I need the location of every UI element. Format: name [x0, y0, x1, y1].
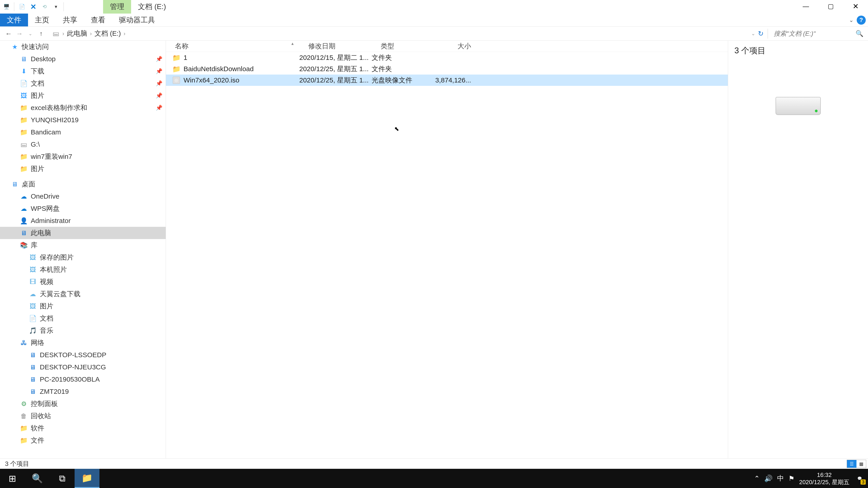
tree-label: PC-20190530OBLA: [40, 376, 100, 383]
search-box[interactable]: 🔍: [772, 28, 866, 39]
tree-label: 本机照片: [40, 265, 67, 274]
tree-software[interactable]: 📁软件: [0, 422, 166, 434]
breadcrumb-drive[interactable]: 文档 (E:): [94, 29, 121, 38]
tree-music[interactable]: 🎵音乐: [0, 324, 166, 337]
tree-control-panel[interactable]: ⚙控制面板: [0, 398, 166, 410]
file-row[interactable]: 📁BaiduNetdiskDownload2020/12/25, 星期五 1..…: [166, 63, 728, 74]
minimize-button[interactable]: —: [794, 0, 818, 12]
undo-icon[interactable]: ⟲: [40, 2, 49, 11]
network-icon: 🖧: [20, 339, 28, 347]
tree-saved-pictures[interactable]: 🖼保存的图片: [0, 251, 166, 263]
tab-home[interactable]: 主页: [28, 13, 56, 26]
contextual-tab-drive-tools[interactable]: 管理: [103, 0, 131, 13]
ribbon-collapse-icon[interactable]: ⌄: [849, 17, 854, 23]
separator: [768, 29, 768, 39]
search-input[interactable]: [772, 28, 866, 39]
tree-label: 图片: [31, 91, 44, 100]
tree-libraries[interactable]: 📚库: [0, 239, 166, 251]
tree-pictures-2[interactable]: 📁图片: [0, 163, 166, 175]
app-icon[interactable]: 🖥️: [2, 2, 11, 11]
search-button[interactable]: 🔍: [25, 469, 50, 488]
tree-documents[interactable]: 📄文档📌: [0, 77, 166, 90]
up-button[interactable]: ↑: [37, 29, 46, 38]
close-button[interactable]: ✕: [843, 0, 868, 12]
explorer-window: 🖥️ 📄 ✕ ⟲ ▾ 管理 文档 (E:) — ▢ ✕ 文件 主页 共享 查看 …: [0, 0, 868, 469]
tree-gdrive[interactable]: 🖴G:\: [0, 138, 166, 151]
column-type[interactable]: 类型: [372, 41, 433, 51]
back-button[interactable]: ←: [4, 29, 13, 38]
view-toggle: ☰ ▦: [847, 460, 866, 468]
history-dropdown-icon[interactable]: ⌄: [26, 29, 35, 38]
address-dropdown-icon[interactable]: ⌄: [751, 31, 755, 37]
tree-files[interactable]: 📁文件: [0, 434, 166, 447]
start-button[interactable]: ⊞: [0, 469, 25, 488]
tree-downloads[interactable]: ⬇下载📌: [0, 65, 166, 77]
view-thumbnails-button[interactable]: ▦: [857, 460, 866, 468]
tree-pictures-3[interactable]: 🖼图片: [0, 300, 166, 312]
properties-icon[interactable]: 📄: [18, 2, 26, 11]
tree-recycle-bin[interactable]: 🗑回收站: [0, 410, 166, 422]
tree-label: 音乐: [40, 326, 53, 335]
help-icon[interactable]: ?: [857, 15, 866, 25]
tree-this-pc[interactable]: 🖥此电脑: [0, 227, 166, 239]
chevron-icon[interactable]: ›: [62, 31, 64, 37]
task-view-button[interactable]: ⧉: [50, 469, 74, 488]
chevron-icon[interactable]: ›: [90, 31, 92, 37]
file-row[interactable]: 📁12020/12/15, 星期二 1...文件夹: [166, 52, 728, 63]
tree-pictures[interactable]: 🖼图片📌: [0, 90, 166, 102]
window-controls: — ▢ ✕: [794, 0, 868, 12]
forward-button[interactable]: →: [15, 29, 24, 38]
ime-indicator[interactable]: 中: [777, 474, 784, 483]
tree-quick-access[interactable]: ★快速访问: [0, 41, 166, 53]
tree-camera-roll[interactable]: 🖼本机照片: [0, 263, 166, 275]
tree-network[interactable]: 🖧网络: [0, 337, 166, 349]
ribbon-right: ⌄ ?: [849, 13, 866, 26]
new-folder-icon[interactable]: ✕: [29, 2, 38, 11]
chevron-icon[interactable]: ›: [124, 31, 125, 37]
tree-bandicam[interactable]: 📁Bandicam: [0, 126, 166, 138]
tree-excel-folder[interactable]: 📁excel表格制作求和📌: [0, 102, 166, 114]
tree-desktop-root[interactable]: 🖥桌面: [0, 178, 166, 190]
column-size[interactable]: 大小: [433, 41, 473, 51]
tab-drive-tools[interactable]: 驱动器工具: [112, 13, 162, 26]
tree-win7-reinst[interactable]: 📁win7重装win7: [0, 151, 166, 163]
tree-net-pc-4[interactable]: 🖥ZMT2019: [0, 385, 166, 398]
breadcrumb-this-pc[interactable]: 此电脑: [67, 29, 87, 38]
tree-yunqishi[interactable]: 📁YUNQISHI2019: [0, 114, 166, 126]
tree-label: DESKTOP-NJEU3CG: [40, 363, 106, 371]
maximize-button[interactable]: ▢: [818, 0, 843, 12]
view-details-button[interactable]: ☰: [847, 460, 857, 468]
tree-net-pc-3[interactable]: 🖥PC-20190530OBLA: [0, 373, 166, 385]
tree-wps[interactable]: ☁WPS网盘: [0, 202, 166, 215]
taskbar-explorer[interactable]: 📁: [74, 469, 99, 488]
tree-label: WPS网盘: [31, 204, 60, 213]
tree-administrator[interactable]: 👤Administrator: [0, 215, 166, 227]
tree-videos[interactable]: 🎞视频: [0, 275, 166, 288]
taskbar-clock[interactable]: 16:32 2020/12/25, 星期五: [799, 471, 849, 486]
volume-icon[interactable]: 🔊: [764, 475, 773, 482]
tab-file[interactable]: 文件: [0, 13, 28, 26]
tab-view[interactable]: 查看: [84, 13, 112, 26]
file-size: 3,874,126...: [433, 76, 473, 84]
tree-tianyi[interactable]: ☁天翼云盘下载: [0, 288, 166, 300]
breadcrumb[interactable]: 🖴 › 此电脑 › 文档 (E:) ›: [50, 29, 751, 38]
action-center-flag-icon[interactable]: ⚑: [788, 475, 795, 482]
tree-net-pc-1[interactable]: 🖥DESKTOP-LSSOEDP: [0, 349, 166, 361]
tray-overflow-icon[interactable]: ⌃: [754, 475, 760, 482]
navigation-pane[interactable]: ★快速访问 🖥Desktop📌 ⬇下载📌 📄文档📌 🖼图片📌 📁excel表格制…: [0, 41, 166, 458]
tree-net-pc-2[interactable]: 🖥DESKTOP-NJEU3CG: [0, 361, 166, 373]
tree-desktop[interactable]: 🖥Desktop📌: [0, 53, 166, 65]
qat-dropdown-icon[interactable]: ▾: [51, 2, 60, 11]
refresh-icon[interactable]: ↻: [758, 30, 764, 37]
pin-icon: 📌: [156, 56, 162, 62]
tab-share[interactable]: 共享: [56, 13, 84, 26]
music-icon: 🎵: [29, 327, 37, 334]
column-date[interactable]: 修改日期: [299, 41, 372, 51]
tree-onedrive[interactable]: ☁OneDrive: [0, 190, 166, 202]
notification-center-icon[interactable]: 💬3: [854, 473, 865, 484]
file-rows[interactable]: 📁12020/12/15, 星期二 1...文件夹📁BaiduNetdiskDo…: [166, 52, 728, 458]
file-row[interactable]: ◎Win7x64_2020.iso2020/12/25, 星期五 1...光盘映…: [166, 74, 728, 86]
tree-documents-2[interactable]: 📄文档: [0, 312, 166, 324]
column-name[interactable]: 名称: [166, 41, 299, 51]
search-icon[interactable]: 🔍: [856, 30, 864, 37]
